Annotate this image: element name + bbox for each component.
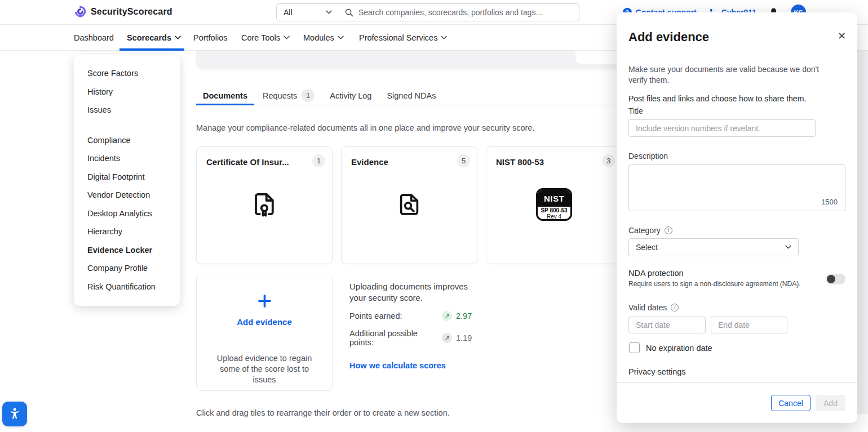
sidebar-item-evidence-locker[interactable]: Evidence Locker (87, 241, 180, 260)
page-background-strip (857, 42, 868, 414)
sidebar-item-desktop-analytics[interactable]: Desktop Analytics (87, 204, 180, 223)
tile-title: Certificate Of Insur... (206, 157, 289, 167)
cancel-button[interactable]: Cancel (771, 395, 811, 411)
accessibility-icon (7, 407, 22, 421)
nav-scorecards[interactable]: Scorecards (127, 25, 181, 51)
description-textarea[interactable]: 1500 (628, 164, 845, 211)
modal-footer: Cancel Add (617, 382, 857, 423)
tile-title: Evidence (351, 157, 388, 167)
tile-count-badge: 3 (602, 154, 615, 167)
brand-name: SecurityScorecard (91, 7, 172, 17)
nda-protection-toggle[interactable] (826, 274, 845, 284)
add-evidence-modal: Add evidence ✕ Make sure your documents … (617, 12, 857, 423)
document-tile-evidence[interactable]: Evidence 5 (341, 146, 477, 264)
how-we-calculate-scores-link[interactable]: How we calculate scores (349, 361, 496, 370)
points-possible-row: Additional possible points: ↗ 1.19 (349, 329, 496, 347)
tile-title: NIST 800-53 (496, 157, 544, 167)
tab-signed-ndas[interactable]: Signed NDAs (380, 86, 442, 105)
chevron-down-icon (326, 10, 332, 15)
drag-tiles-hint: Click and drag tiles to rearrange their … (196, 408, 450, 417)
nda-help-text: Require users to sign a non-disclosure a… (628, 280, 800, 288)
valid-dates-label: Valid dates i (628, 303, 679, 312)
add-evidence-tile[interactable]: Add evidence Upload evidence to regain s… (196, 274, 333, 391)
nav-portfolios[interactable]: Portfolios (193, 25, 227, 51)
sidebar-item-hierarchy[interactable]: Hierarchy (87, 222, 180, 241)
sidebar-item-history[interactable]: History (87, 83, 180, 101)
search-scope-value: All (284, 8, 293, 17)
brand-logo[interactable]: SecurityScorecard (74, 5, 172, 18)
points-heading: Uploading documents improves your securi… (349, 281, 476, 303)
nav-professional-services[interactable]: Professional Services (359, 25, 447, 51)
accessibility-widget-button[interactable] (2, 402, 27, 426)
no-expiration-checkbox[interactable] (629, 342, 640, 353)
description-field-label: Description (628, 152, 668, 161)
privacy-settings-label: Privacy settings (628, 367, 686, 376)
sidebar-item-risk-quantification[interactable]: Risk Quantification (87, 278, 180, 296)
points-possible-value: 1.19 (456, 333, 472, 342)
scorecards-dropdown-menu: Score Factors History Issues Compliance … (74, 55, 180, 306)
score-points-summary: Uploading documents improves your securi… (349, 281, 496, 370)
sidebar-item-vendor-detection[interactable]: Vendor Detection (87, 186, 180, 204)
plus-icon (256, 293, 273, 309)
tab-requests[interactable]: Requests 1 (256, 86, 321, 105)
toggle-knob (827, 275, 835, 283)
modal-subtitle-text: Post files and links and choose how to s… (628, 94, 843, 103)
character-counter: 1500 (821, 198, 838, 206)
chevron-down-icon (175, 35, 181, 40)
tab-documents[interactable]: Documents (196, 86, 254, 105)
category-select[interactable]: Select (628, 238, 799, 256)
sidebar-item-score-factors[interactable]: Score Factors (87, 64, 180, 83)
active-nav-indicator (119, 48, 184, 51)
add-evidence-description: Upload evidence to regain some of the sc… (208, 353, 321, 385)
chevron-down-icon (338, 35, 344, 40)
info-icon[interactable]: i (671, 304, 679, 311)
points-earned-row: Points earned: ↗ 2.97 (349, 311, 496, 321)
nav-core-tools[interactable]: Core Tools (241, 25, 290, 51)
modal-title: Add evidence (628, 30, 709, 44)
nav-dashboard[interactable]: Dashboard (74, 25, 114, 51)
arrow-up-right-icon: ↗ (442, 311, 452, 321)
info-icon[interactable]: i (665, 226, 672, 234)
close-icon[interactable]: ✕ (838, 31, 846, 41)
tile-count-badge: 5 (457, 154, 470, 167)
evidence-search-document-icon (396, 191, 422, 217)
search-scope-select[interactable]: All (276, 3, 339, 21)
sidebar-item-digital-footprint[interactable]: Digital Footprint (87, 168, 180, 186)
chevron-down-icon (441, 35, 447, 40)
sidebar-item-incidents[interactable]: Incidents (87, 149, 180, 168)
search-input[interactable] (358, 8, 573, 17)
document-tile-certificate[interactable]: Certificate Of Insur... 1 (196, 146, 333, 264)
nda-protection-label: NDA protection (628, 269, 684, 278)
start-date-input[interactable] (628, 317, 706, 333)
securityscorecard-logo-icon (74, 5, 87, 18)
nav-modules[interactable]: Modules (303, 25, 344, 51)
evidence-locker-tabs: Documents Requests 1 Activity Log Signed… (196, 86, 617, 105)
add-evidence-label: Add evidence (197, 317, 332, 327)
points-earned-value: 2.97 (456, 311, 472, 320)
requests-count-badge: 1 (302, 89, 315, 102)
title-field-label: Title (628, 106, 643, 115)
modal-intro-text: Make sure your documents are valid becau… (628, 64, 826, 86)
tab-activity-log[interactable]: Activity Log (323, 86, 378, 105)
documents-intro-text: Manage your compliance-related documents… (196, 123, 534, 132)
document-tile-nist-800-53[interactable]: NIST 800-53 3 NIST SP 800-53 Rev 4 (486, 146, 622, 264)
certificate-document-icon (251, 191, 278, 218)
chevron-down-icon (284, 35, 290, 40)
end-date-input[interactable] (711, 317, 787, 333)
category-field-label: Category i (628, 226, 672, 235)
no-expiration-label: No expiration date (646, 344, 712, 353)
sidebar-item-company-profile[interactable]: Company Profile (87, 259, 180, 278)
search-icon (344, 8, 354, 17)
sidebar-item-compliance[interactable]: Compliance (87, 131, 180, 150)
arrow-up-right-icon: ↗ (442, 333, 452, 343)
sidebar-item-issues[interactable]: Issues (87, 101, 180, 119)
global-search[interactable] (339, 3, 579, 21)
title-input[interactable] (628, 119, 816, 137)
nist-sp-800-53-icon: NIST SP 800-53 Rev 4 (536, 188, 572, 221)
chevron-down-icon (785, 245, 791, 250)
add-button[interactable]: Add (816, 395, 845, 411)
tile-count-badge: 1 (312, 154, 325, 167)
